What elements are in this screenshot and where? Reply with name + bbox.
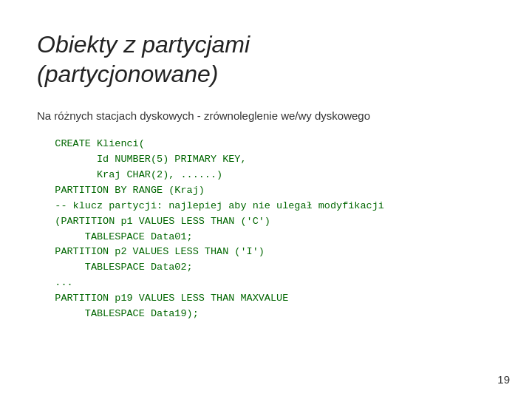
slide-title: Obiekty z partycjami (partycjonowane): [37, 30, 495, 89]
slide-subtitle: Na różnych stacjach dyskowych - zrównole…: [37, 109, 495, 122]
page-number: 19: [497, 373, 510, 386]
slide: Obiekty z partycjami (partycjonowane) Na…: [0, 0, 532, 399]
code-block: CREATE Klienci( Id NUMBER(5) PRIMARY KEY…: [37, 137, 495, 322]
